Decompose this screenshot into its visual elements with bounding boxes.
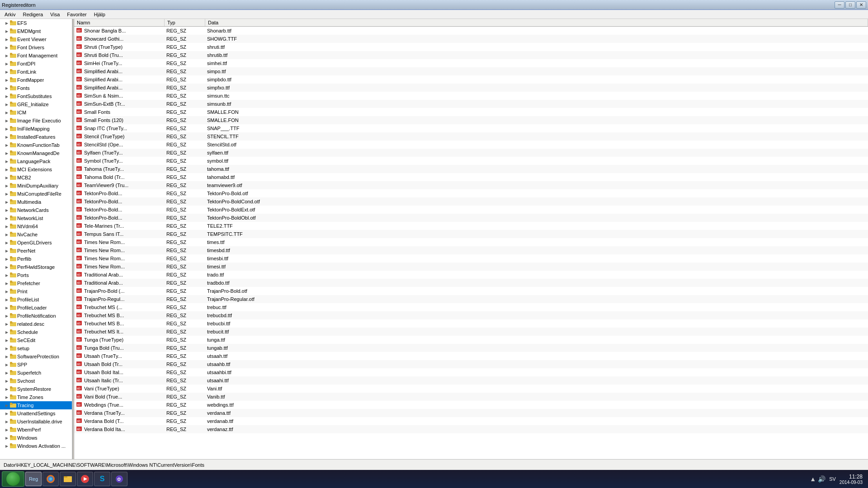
tree-expander-icon[interactable]: ▶: [4, 378, 10, 384]
tree-expander-icon[interactable]: ▶: [4, 361, 10, 368]
registry-row[interactable]: abStencil (TrueType)REG_SZSTENCIL.TTF: [74, 132, 868, 141]
registry-row[interactable]: abTahoma (TrueTy...REG_SZtahoma.ttf: [74, 165, 868, 173]
registry-row[interactable]: abSimplified Arabi...REG_SZsimpo.ttf: [74, 67, 868, 75]
registry-row[interactable]: abUtsaah Bold (Tr...REG_SZutsaahb.ttf: [74, 360, 868, 368]
tree-expander-icon[interactable]: ▶: [4, 93, 10, 99]
tree-expander-icon[interactable]: ▶: [4, 345, 10, 352]
tree-item[interactable]: ▶Fonts: [0, 84, 72, 92]
registry-values-panel[interactable]: Namn Typ Data abShonar Bangla B...REG_SZ…: [74, 19, 868, 459]
tree-expander-icon[interactable]: ▶: [4, 329, 10, 335]
registry-row[interactable]: abUtsaah (TrueTy...REG_SZutsaah.ttf: [74, 352, 868, 360]
tree-item[interactable]: ▶Time Zones: [0, 393, 72, 401]
tree-item[interactable]: ▶Font Management: [0, 52, 72, 60]
tree-item[interactable]: ▶ProfileList: [0, 296, 72, 304]
registry-row[interactable]: abSimSun-ExtB (Tr...REG_SZsimsunb.ttf: [74, 100, 868, 108]
registry-row[interactable]: abTimes New Rom...REG_SZtimes.ttf: [74, 238, 868, 246]
close-button[interactable]: ✕: [856, 1, 866, 9]
tree-expander-icon[interactable]: ▶: [4, 410, 10, 417]
tree-expander-icon[interactable]: ▶: [4, 142, 10, 148]
tree-item[interactable]: ▶Svchost: [0, 377, 72, 385]
tree-item[interactable]: ▶Font Drivers: [0, 43, 72, 52]
registry-row[interactable]: abUtsaah Bold Ital...REG_SZutsaahbi.ttf: [74, 368, 868, 376]
tree-expander-icon[interactable]: ▶: [4, 85, 10, 91]
registry-row[interactable]: abTraditional Arab...REG_SZtrado.ttf: [74, 271, 868, 279]
tree-item[interactable]: ▶SystemRestore: [0, 385, 72, 393]
tree-item[interactable]: ▶Print: [0, 287, 72, 296]
taskbar-media[interactable]: [77, 472, 93, 486]
tree-expander-icon[interactable]: ▶: [4, 305, 10, 311]
tree-expander-icon[interactable]: ▶: [4, 101, 10, 108]
menu-visa[interactable]: Visa: [47, 11, 63, 18]
taskbar-firefox[interactable]: [42, 472, 59, 486]
registry-row[interactable]: abWebdings (True...REG_SZwebdings.ttf: [74, 401, 868, 409]
tree-item[interactable]: ▶Image File Executio: [0, 117, 72, 125]
tree-expander-icon[interactable]: ▶: [4, 117, 10, 124]
registry-row[interactable]: abTektonPro-Bold...REG_SZTektonPro-Bold.…: [74, 189, 868, 197]
registry-row[interactable]: abTektonPro-Bold...REG_SZTektonPro-BoldE…: [74, 206, 868, 214]
tree-item[interactable]: ▶SoftwareProtection: [0, 352, 72, 361]
registry-row[interactable]: abStencilStd (Ope...REG_SZStencilStd.otf: [74, 141, 868, 149]
tree-item[interactable]: ▶InstalledFeatures: [0, 133, 72, 141]
tree-expander-icon[interactable]: ▶: [4, 207, 10, 213]
tree-expander-icon[interactable]: ▶: [4, 215, 10, 221]
registry-row[interactable]: abSnap ITC (TrueTy...REG_SZSNAP___.TTF: [74, 124, 868, 132]
registry-row[interactable]: abSylfaen (TrueTy...REG_SZsylfaen.ttf: [74, 149, 868, 157]
registry-row[interactable]: abTraditional Arab...REG_SZtradbdo.ttf: [74, 279, 868, 287]
tree-expander-icon[interactable]: ▶: [4, 443, 10, 449]
tree-expander-icon[interactable]: ▶: [4, 52, 10, 59]
clock[interactable]: 11:28 2014-09-03: [840, 474, 863, 485]
tree-item[interactable]: ▶ICM: [0, 108, 72, 117]
tree-item[interactable]: ▶Multimedia: [0, 198, 72, 206]
tree-expander-icon[interactable]: ▶: [4, 191, 10, 197]
menu-redigera[interactable]: Redigera: [19, 11, 47, 18]
tree-item[interactable]: ▶FontLink: [0, 68, 72, 76]
tree-item[interactable]: ▶MiniDumpAuxiliary: [0, 182, 72, 190]
registry-row[interactable]: abVani Bold (True...REG_SZVanib.ttf: [74, 393, 868, 401]
tree-expander-icon[interactable]: ▶: [4, 321, 10, 327]
tree-expander-icon[interactable]: ▶: [4, 313, 10, 319]
tree-expander-icon[interactable]: ▶: [4, 44, 10, 51]
tree-item[interactable]: ▶EFS: [0, 19, 72, 27]
tree-expander-icon[interactable]: ▶: [4, 337, 10, 343]
tree-item[interactable]: ▶Windows: [0, 434, 72, 442]
tree-expander-icon[interactable]: ▶: [4, 435, 10, 441]
tree-item[interactable]: ▶FontMapper: [0, 76, 72, 84]
registry-row[interactable]: abShowcard Gothi...REG_SZSHOWG.TTF: [74, 35, 868, 43]
tree-item[interactable]: ▶FontSubstitutes: [0, 92, 72, 100]
tree-expander-icon[interactable]: ▶: [4, 280, 10, 286]
tree-expander-icon[interactable]: ▶: [4, 36, 10, 42]
tree-item[interactable]: ▶KnownFunctionTab: [0, 141, 72, 149]
tree-panel[interactable]: ▶EFS▶EMDMgmt▶Event Viewer▶Font Drivers▶F…: [0, 19, 72, 459]
menu-favoriter[interactable]: Favoriter: [63, 11, 90, 18]
menu-hjalp[interactable]: Hjälp: [90, 11, 109, 18]
tree-expander-icon[interactable]: ▶: [4, 394, 10, 400]
tree-item[interactable]: ▶WbemPerf: [0, 426, 72, 434]
registry-row[interactable]: abTunga (TrueType)REG_SZtunga.ttf: [74, 336, 868, 344]
registry-row[interactable]: abSimplified Arabi...REG_SZsimpbdo.ttf: [74, 75, 868, 84]
tree-expander-icon[interactable]: ▶: [4, 248, 10, 254]
registry-row[interactable]: abTele-Marines (Tr...REG_SZTELE2.TTF: [74, 222, 868, 230]
taskbar-skype[interactable]: S: [94, 472, 110, 486]
registry-row[interactable]: abSmall Fonts (120)REG_SZSMALLE.FON: [74, 116, 868, 124]
tree-item[interactable]: ▶Tracing: [0, 401, 72, 409]
tree-item[interactable]: ▶UnattendSettings: [0, 409, 72, 418]
tree-item[interactable]: ▶OpenGLDrivers: [0, 239, 72, 247]
tree-item[interactable]: ▶EMDMgmt: [0, 27, 72, 35]
tree-item[interactable]: ▶Schedule: [0, 328, 72, 336]
registry-row[interactable]: abTimes New Rom...REG_SZtimesbd.ttf: [74, 246, 868, 254]
tree-item[interactable]: ▶Superfetch: [0, 369, 72, 377]
tree-expander-icon[interactable]: ▶: [4, 77, 10, 83]
tree-expander-icon[interactable]: ▶: [4, 28, 10, 34]
maximize-button[interactable]: □: [845, 1, 855, 9]
registry-row[interactable]: abTempus Sans IT...REG_SZTEMPSITC.TTF: [74, 230, 868, 238]
tree-expander-icon[interactable]: ▶: [4, 20, 10, 26]
registry-row[interactable]: abTektonPro-Bold...REG_SZTektonPro-BoldC…: [74, 197, 868, 206]
column-header-type[interactable]: Typ: [165, 19, 205, 26]
registry-row[interactable]: abTunga Bold (Tru...REG_SZtungab.ttf: [74, 344, 868, 352]
registry-row[interactable]: abTrebuchet MS B...REG_SZtrebucbd.ttf: [74, 311, 868, 319]
tree-item[interactable]: ▶GRE_Initialize: [0, 100, 72, 108]
tree-item[interactable]: ▶MCB2: [0, 174, 72, 182]
tree-item[interactable]: ▶NetworkCards: [0, 206, 72, 214]
tree-expander-icon[interactable]: ▶: [4, 166, 10, 173]
tree-expander-icon[interactable]: ▶: [4, 288, 10, 295]
